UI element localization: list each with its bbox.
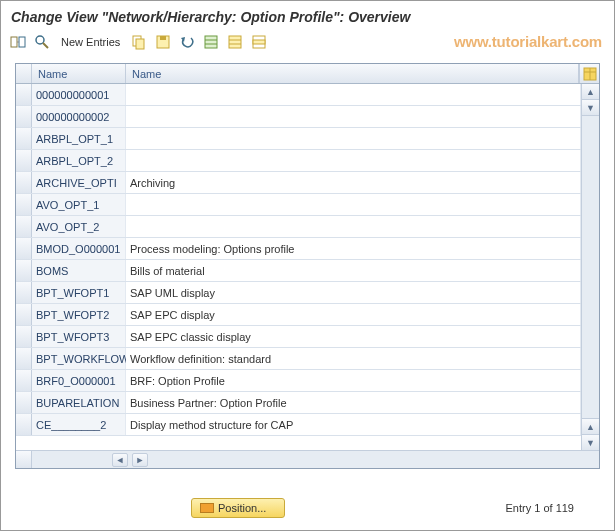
new-entries-button[interactable]: New Entries bbox=[61, 36, 120, 48]
table-row[interactable]: BPT_WFOPT2SAP EPC display bbox=[16, 304, 581, 326]
scroll-down-step-icon[interactable]: ▲ bbox=[582, 418, 599, 434]
row-selector[interactable] bbox=[16, 260, 32, 281]
watermark: www.tutorialkart.com bbox=[454, 33, 602, 50]
page-title: Change View "Network/Hierarchy: Option P… bbox=[1, 1, 614, 31]
table-header: Name Name bbox=[16, 64, 599, 84]
cell-name[interactable]: SAP EPC display bbox=[126, 304, 581, 325]
save-icon[interactable] bbox=[154, 33, 172, 51]
cell-name[interactable]: BRF: Option Profile bbox=[126, 370, 581, 391]
cell-code[interactable]: ARBPL_OPT_2 bbox=[32, 150, 126, 171]
row-selector[interactable] bbox=[16, 106, 32, 127]
cell-name[interactable]: Business Partner: Option Profile bbox=[126, 392, 581, 413]
cell-name[interactable]: Display method structure for CAP bbox=[126, 414, 581, 435]
table-settings-icon[interactable] bbox=[579, 64, 599, 83]
row-selector[interactable] bbox=[16, 414, 32, 435]
cell-name[interactable]: Bills of material bbox=[126, 260, 581, 281]
select-block-icon[interactable] bbox=[226, 33, 244, 51]
row-selector[interactable] bbox=[16, 150, 32, 171]
cell-code[interactable]: BRF0_O000001 bbox=[32, 370, 126, 391]
row-selector-header[interactable] bbox=[16, 64, 32, 83]
table-row[interactable]: BPT_WFOPT3SAP EPC classic display bbox=[16, 326, 581, 348]
horizontal-scrollbar[interactable]: ◄ ► bbox=[16, 450, 599, 468]
cell-code[interactable]: 000000000002 bbox=[32, 106, 126, 127]
undo-icon[interactable] bbox=[178, 33, 196, 51]
row-selector[interactable] bbox=[16, 392, 32, 413]
scroll-left-icon[interactable]: ◄ bbox=[112, 453, 128, 467]
cell-code[interactable]: ARCHIVE_OPTI bbox=[32, 172, 126, 193]
find-icon[interactable] bbox=[33, 33, 51, 51]
row-selector[interactable] bbox=[16, 238, 32, 259]
cell-code[interactable]: BPT_WFOPT1 bbox=[32, 282, 126, 303]
scroll-up-step-icon[interactable]: ▼ bbox=[582, 100, 599, 116]
cell-name[interactable]: SAP UML display bbox=[126, 282, 581, 303]
toolbar: New Entries www.tutorialkart.com bbox=[1, 31, 614, 57]
cell-code[interactable]: CE________2 bbox=[32, 414, 126, 435]
svg-rect-16 bbox=[253, 40, 265, 44]
deselect-all-icon[interactable] bbox=[250, 33, 268, 51]
cell-code[interactable]: BPT_WORKFLOW bbox=[32, 348, 126, 369]
cell-code[interactable]: 000000000001 bbox=[32, 84, 126, 105]
table-row[interactable]: 000000000001 bbox=[16, 84, 581, 106]
table-row[interactable]: BRF0_O000001BRF: Option Profile bbox=[16, 370, 581, 392]
row-selector[interactable] bbox=[16, 348, 32, 369]
svg-rect-6 bbox=[136, 39, 144, 49]
table-row[interactable]: CE________2Display method structure for … bbox=[16, 414, 581, 436]
table-row[interactable]: ARCHIVE_OPTIArchiving bbox=[16, 172, 581, 194]
svg-rect-8 bbox=[160, 36, 166, 40]
cell-code[interactable]: BMOD_O000001 bbox=[32, 238, 126, 259]
table-row[interactable]: BPT_WFOPT1SAP UML display bbox=[16, 282, 581, 304]
cell-name[interactable] bbox=[126, 216, 581, 237]
cell-name[interactable] bbox=[126, 150, 581, 171]
row-selector[interactable] bbox=[16, 370, 32, 391]
cell-name[interactable]: SAP EPC classic display bbox=[126, 326, 581, 347]
cell-code[interactable]: BPT_WFOPT3 bbox=[32, 326, 126, 347]
cell-code[interactable]: AVO_OPT_2 bbox=[32, 216, 126, 237]
copy-icon[interactable] bbox=[130, 33, 148, 51]
table-row[interactable]: 000000000002 bbox=[16, 106, 581, 128]
table-body: 000000000001000000000002ARBPL_OPT_1ARBPL… bbox=[16, 84, 599, 450]
cell-code[interactable]: BUPARELATION bbox=[32, 392, 126, 413]
table-row[interactable]: ARBPL_OPT_1 bbox=[16, 128, 581, 150]
position-icon bbox=[200, 503, 214, 513]
column-header-code[interactable]: Name bbox=[32, 64, 126, 83]
row-selector[interactable] bbox=[16, 84, 32, 105]
row-selector[interactable] bbox=[16, 194, 32, 215]
footer: Position... Entry 1 of 119 bbox=[1, 496, 614, 520]
select-all-icon[interactable] bbox=[202, 33, 220, 51]
scroll-up-icon[interactable]: ▲ bbox=[582, 84, 599, 100]
table-row[interactable]: BPT_WORKFLOWWorkflow definition: standar… bbox=[16, 348, 581, 370]
vertical-scrollbar[interactable]: ▲ ▼ ▲ ▼ bbox=[581, 84, 599, 450]
row-selector[interactable] bbox=[16, 282, 32, 303]
position-label: Position... bbox=[218, 502, 266, 514]
table-row[interactable]: BOMSBills of material bbox=[16, 260, 581, 282]
position-button[interactable]: Position... bbox=[191, 498, 285, 518]
table-row[interactable]: AVO_OPT_2 bbox=[16, 216, 581, 238]
cell-name[interactable] bbox=[126, 106, 581, 127]
cell-name[interactable] bbox=[126, 84, 581, 105]
table-row[interactable]: ARBPL_OPT_2 bbox=[16, 150, 581, 172]
cell-name[interactable]: Process modeling: Options profile bbox=[126, 238, 581, 259]
svg-line-4 bbox=[43, 43, 48, 48]
cell-code[interactable]: ARBPL_OPT_1 bbox=[32, 128, 126, 149]
column-header-name[interactable]: Name bbox=[126, 64, 579, 83]
table-row[interactable]: BMOD_O000001Process modeling: Options pr… bbox=[16, 238, 581, 260]
table-row[interactable]: BUPARELATIONBusiness Partner: Option Pro… bbox=[16, 392, 581, 414]
row-selector[interactable] bbox=[16, 216, 32, 237]
cell-code[interactable]: BOMS bbox=[32, 260, 126, 281]
row-selector[interactable] bbox=[16, 304, 32, 325]
cell-name[interactable] bbox=[126, 194, 581, 215]
row-selector[interactable] bbox=[16, 326, 32, 347]
table-row[interactable]: AVO_OPT_1 bbox=[16, 194, 581, 216]
svg-rect-9 bbox=[205, 36, 217, 48]
cell-code[interactable]: AVO_OPT_1 bbox=[32, 194, 126, 215]
scroll-down-icon[interactable]: ▼ bbox=[582, 434, 599, 450]
row-selector[interactable] bbox=[16, 172, 32, 193]
cell-code[interactable]: BPT_WFOPT2 bbox=[32, 304, 126, 325]
hscroll-corner bbox=[16, 451, 32, 468]
other-view-icon[interactable] bbox=[9, 33, 27, 51]
row-selector[interactable] bbox=[16, 128, 32, 149]
cell-name[interactable]: Archiving bbox=[126, 172, 581, 193]
scroll-right-icon[interactable]: ► bbox=[132, 453, 148, 467]
cell-name[interactable]: Workflow definition: standard bbox=[126, 348, 581, 369]
cell-name[interactable] bbox=[126, 128, 581, 149]
